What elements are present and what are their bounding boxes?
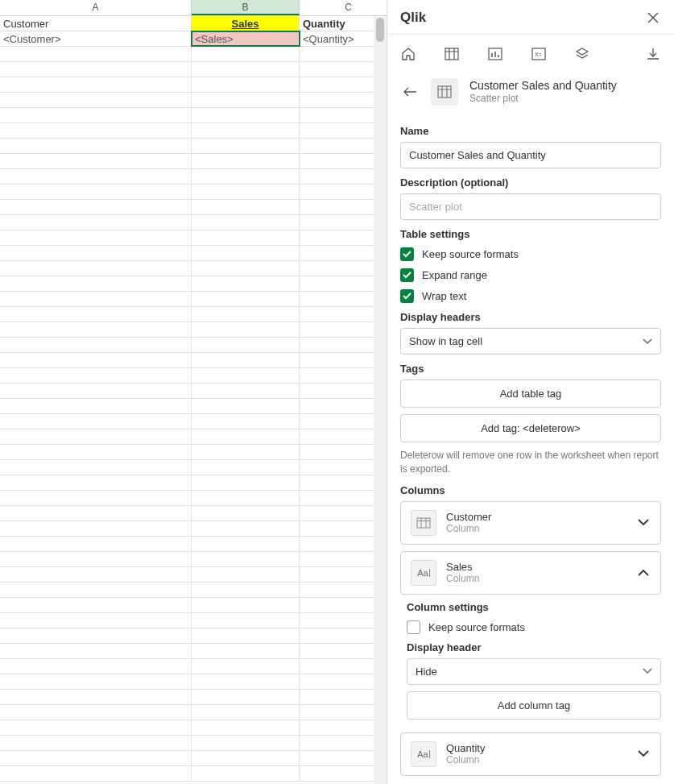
empty-cell[interactable]	[192, 154, 300, 168]
empty-cell[interactable]	[192, 384, 300, 398]
empty-cell[interactable]	[192, 77, 300, 92]
empty-cell[interactable]	[192, 628, 300, 643]
empty-cell[interactable]	[192, 506, 300, 521]
empty-cell[interactable]	[0, 552, 192, 566]
empty-cell[interactable]	[0, 154, 192, 168]
column-item-sales[interactable]: Aa Sales Column	[400, 551, 661, 595]
empty-cell[interactable]	[192, 399, 300, 413]
empty-cell[interactable]	[0, 613, 192, 628]
empty-cell[interactable]	[192, 567, 300, 582]
empty-cell[interactable]	[0, 491, 192, 505]
empty-cell[interactable]	[192, 537, 300, 551]
chart-icon[interactable]	[487, 46, 503, 62]
empty-cell[interactable]	[0, 751, 192, 765]
empty-cell[interactable]	[192, 93, 300, 107]
empty-cell[interactable]	[192, 169, 300, 184]
empty-cell[interactable]	[0, 506, 192, 521]
empty-cell[interactable]	[0, 62, 192, 77]
empty-cell[interactable]	[0, 215, 192, 230]
empty-cell[interactable]	[192, 736, 300, 750]
empty-cell[interactable]	[0, 322, 192, 337]
empty-cell[interactable]	[192, 766, 300, 781]
empty-cell[interactable]	[0, 445, 192, 459]
cell-header-customer[interactable]: Customer	[0, 16, 192, 31]
add-deleterow-tag-button[interactable]: Add tag: <deleterow>	[400, 414, 661, 442]
empty-cell[interactable]	[192, 720, 300, 735]
col-header-b[interactable]: B	[192, 0, 300, 15]
col-header-c[interactable]: C	[300, 0, 387, 15]
expand-range-checkbox[interactable]	[400, 268, 414, 282]
empty-cell[interactable]	[192, 521, 300, 536]
empty-cell[interactable]	[0, 598, 192, 612]
empty-cell[interactable]	[0, 766, 192, 781]
add-column-tag-button[interactable]: Add column tag	[407, 691, 661, 720]
empty-cell[interactable]	[0, 276, 192, 291]
empty-cell[interactable]	[192, 460, 300, 475]
empty-cell[interactable]	[0, 537, 192, 551]
empty-cell[interactable]	[192, 307, 300, 321]
empty-cell[interactable]	[0, 674, 192, 689]
empty-cell[interactable]	[0, 475, 192, 490]
empty-cell[interactable]	[0, 230, 192, 245]
empty-cell[interactable]	[0, 353, 192, 367]
wrap-text-checkbox[interactable]	[400, 289, 414, 303]
empty-cell[interactable]	[0, 567, 192, 582]
empty-cell[interactable]	[192, 414, 300, 429]
empty-cell[interactable]	[0, 368, 192, 383]
empty-cell[interactable]	[192, 246, 300, 260]
cell-tag-customer[interactable]: <Customer>	[0, 31, 192, 46]
download-icon[interactable]	[645, 46, 661, 62]
empty-cell[interactable]	[0, 690, 192, 704]
empty-cell[interactable]	[0, 583, 192, 597]
column-item-customer[interactable]: Customer Column	[400, 501, 661, 545]
empty-cell[interactable]	[0, 139, 192, 153]
col-header-a[interactable]: A	[0, 0, 192, 15]
empty-cell[interactable]	[192, 659, 300, 674]
close-button[interactable]	[645, 10, 661, 26]
empty-cell[interactable]	[0, 200, 192, 214]
empty-cell[interactable]	[192, 644, 300, 658]
empty-cell[interactable]	[0, 123, 192, 138]
column-item-quantity[interactable]: Aa Quantity Column	[400, 732, 661, 776]
empty-cell[interactable]	[192, 230, 300, 245]
vertical-scrollbar[interactable]	[374, 16, 387, 784]
empty-cell[interactable]	[192, 445, 300, 459]
empty-cell[interactable]	[0, 399, 192, 413]
empty-cell[interactable]	[192, 185, 300, 199]
add-table-tag-button[interactable]: Add table tag	[400, 380, 661, 408]
empty-cell[interactable]	[0, 292, 192, 306]
empty-cell[interactable]	[192, 200, 300, 214]
empty-cell[interactable]	[192, 215, 300, 230]
empty-cell[interactable]	[192, 674, 300, 689]
empty-cell[interactable]	[0, 246, 192, 260]
empty-cell[interactable]	[0, 414, 192, 429]
empty-cell[interactable]	[192, 108, 300, 122]
empty-cell[interactable]	[0, 628, 192, 643]
keep-source-checkbox[interactable]	[400, 247, 414, 261]
empty-cell[interactable]	[0, 384, 192, 398]
table-icon[interactable]	[444, 46, 460, 62]
empty-cell[interactable]	[0, 108, 192, 122]
scrollbar-thumb[interactable]	[376, 18, 384, 42]
back-button[interactable]	[400, 82, 420, 102]
empty-cell[interactable]	[192, 123, 300, 138]
empty-cell[interactable]	[0, 521, 192, 536]
empty-cell[interactable]	[0, 429, 192, 444]
empty-cell[interactable]	[0, 460, 192, 475]
empty-cell[interactable]	[0, 93, 192, 107]
empty-cell[interactable]	[192, 475, 300, 490]
name-input[interactable]	[400, 142, 661, 168]
empty-cell[interactable]	[0, 720, 192, 735]
empty-cell[interactable]	[0, 47, 192, 61]
empty-cell[interactable]	[192, 353, 300, 367]
empty-cell[interactable]	[192, 429, 300, 444]
cell-tag-sales[interactable]: <Sales>	[192, 31, 300, 46]
display-header-select[interactable]: Hide	[407, 658, 661, 685]
empty-cell[interactable]	[192, 598, 300, 612]
empty-cell[interactable]	[0, 77, 192, 92]
layers-icon[interactable]	[574, 46, 590, 62]
empty-cell[interactable]	[192, 62, 300, 77]
empty-cell[interactable]	[192, 491, 300, 505]
empty-cell[interactable]	[0, 644, 192, 658]
formula-icon[interactable]: X=	[531, 46, 547, 62]
